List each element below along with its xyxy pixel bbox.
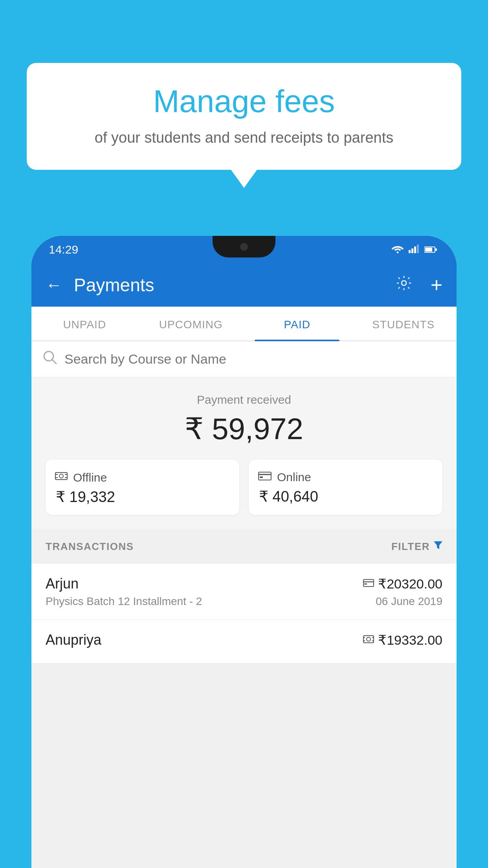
svg-rect-17 [259,472,271,480]
transaction-row[interactable]: Arjun ₹20320.00 Physics Batch 1 [31,564,457,620]
transaction-top: Arjun ₹20320.00 [46,576,442,592]
svg-rect-19 [260,476,263,478]
transaction-amount-wrap: ₹19332.00 [363,632,442,648]
tab-unpaid[interactable]: UNPAID [31,307,138,340]
status-time: 14:29 [49,243,78,256]
svg-point-8 [402,281,406,285]
online-amount: ₹ 40,640 [258,488,433,505]
content-area: Payment received ₹ 59,972 [31,341,457,868]
svg-rect-11 [55,473,67,480]
bubble-subtitle: of your students and send receipts to pa… [50,127,438,148]
transaction-top: Anupriya ₹19332.00 [46,632,442,648]
payment-mode-icon [363,578,374,590]
payment-total-amount: ₹ 59,972 [46,411,442,446]
svg-point-25 [367,637,371,641]
signal-icon [409,243,420,256]
filter-icon [434,540,442,553]
svg-rect-1 [409,250,411,253]
tabs-bar: UNPAID UPCOMING PAID STUDENTS [31,307,457,341]
payment-received-label: Payment received [46,393,442,406]
transactions-header: TRANSACTIONS FILTER [31,529,457,564]
online-payment-card: Online ₹ 40,640 [249,460,442,515]
transaction-amount: ₹19332.00 [378,632,442,648]
transaction-date: 06 June 2019 [376,595,442,608]
offline-label: Offline [73,471,107,484]
add-button[interactable]: + [431,275,442,295]
transaction-bottom: Physics Batch 12 Installment - 2 06 June… [46,595,442,608]
online-label: Online [277,471,311,484]
filter-button[interactable]: FILTER [391,540,442,553]
svg-marker-20 [434,541,442,549]
svg-rect-2 [411,248,413,253]
wifi-icon [391,243,404,256]
app-bar: ← Payments + [31,263,457,307]
transactions-label: TRANSACTIONS [46,541,134,553]
svg-rect-21 [363,579,374,587]
status-bar: 14:29 [31,236,457,263]
svg-rect-7 [435,248,437,251]
svg-rect-6 [425,248,432,252]
transaction-amount-wrap: ₹20320.00 [363,576,442,592]
payment-summary: Payment received ₹ 59,972 [31,377,457,529]
camera [240,243,248,251]
tab-paid[interactable]: PAID [244,307,350,340]
transaction-name: Arjun [46,576,79,592]
search-icon [42,350,57,368]
online-card-header: Online [258,471,433,484]
filter-label: FILTER [391,541,430,553]
offline-card-header: Offline [55,471,230,484]
tab-upcoming[interactable]: UPCOMING [138,307,244,340]
cash-icon [55,471,68,484]
page-title: Payments [74,274,383,296]
cash-mode-icon [363,634,374,646]
svg-point-12 [59,474,63,478]
transaction-row[interactable]: Anupriya ₹19332.00 [31,620,457,664]
payment-cards: Offline ₹ 19,332 [46,460,442,515]
transaction-name: Anupriya [46,632,101,648]
status-icons [391,243,437,256]
phone-frame: 14:29 [31,236,457,868]
transaction-amount: ₹20320.00 [378,576,442,592]
tab-students[interactable]: STUDENTS [350,307,457,340]
settings-button[interactable] [395,274,413,296]
svg-rect-4 [417,245,419,253]
svg-rect-24 [363,636,374,643]
transaction-course: Physics Batch 12 Installment - 2 [46,595,202,608]
speech-bubble: Manage fees of your students and send re… [27,63,461,170]
notch [213,236,275,257]
bubble-title: Manage fees [50,83,438,120]
svg-line-10 [52,360,56,364]
card-icon [258,471,272,484]
offline-payment-card: Offline ₹ 19,332 [46,460,239,515]
back-button[interactable]: ← [46,276,62,294]
phone-body: 14:29 [31,236,457,868]
search-input[interactable] [64,351,446,367]
battery-icon [424,243,437,256]
search-bar [31,341,457,377]
svg-rect-3 [414,246,416,253]
svg-point-0 [397,252,399,254]
svg-rect-23 [364,583,367,585]
offline-amount: ₹ 19,332 [55,488,230,506]
